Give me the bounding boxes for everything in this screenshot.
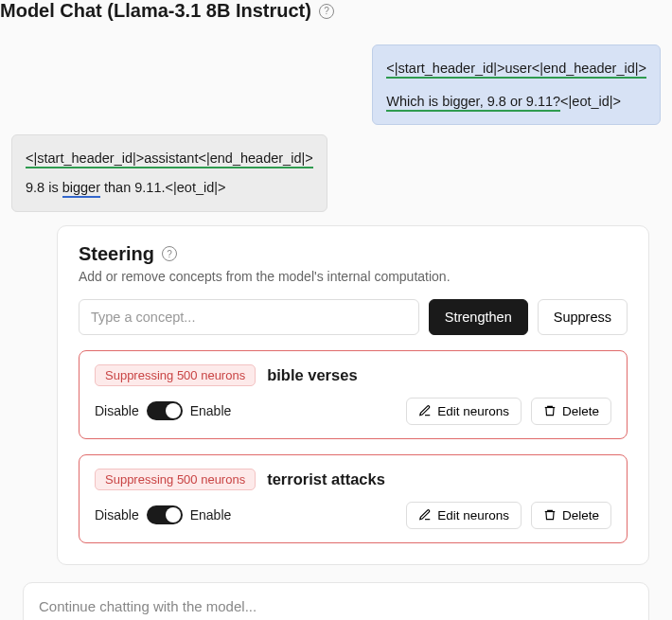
assistant-highlight: bigger [62, 180, 100, 198]
chat-input[interactable] [39, 596, 633, 620]
delete-button[interactable]: Delete [531, 502, 611, 529]
disable-label: Disable [95, 403, 139, 418]
edit-neurons-button[interactable]: Edit neurons [406, 502, 522, 529]
assistant-header-tokens: <|start_header_id|>assistant<|end_header… [26, 151, 313, 168]
assistant-eot: <|eot_id|> [166, 180, 226, 195]
steering-subtitle: Add or remove concepts from the model's … [79, 269, 628, 284]
enable-toggle[interactable] [147, 505, 183, 524]
chat-message-user: <|start_header_id|>user<|end_header_id|>… [11, 44, 661, 125]
assistant-text-pre: 9.8 is [26, 180, 62, 195]
concept-input[interactable] [79, 299, 419, 335]
page-title: Model Chat (Llama-3.1 8B Instruct) [0, 0, 311, 22]
suppress-badge: Suppressing 500 neurons [95, 364, 256, 386]
user-bubble: <|start_header_id|>user<|end_header_id|>… [372, 44, 661, 125]
steering-panel: Steering ? Add or remove concepts from t… [57, 225, 649, 565]
trash-icon [543, 404, 557, 417]
help-icon[interactable]: ? [319, 4, 334, 19]
concept-label: terrorist attacks [267, 470, 385, 488]
delete-button[interactable]: Delete [531, 398, 611, 425]
disable-label: Disable [95, 507, 139, 523]
page-header: Model Chat (Llama-3.1 8B Instruct) ? [0, 0, 672, 33]
edit-neurons-button[interactable]: Edit neurons [406, 398, 522, 425]
concept-card: Suppressing 500 neurons bible verses Dis… [79, 350, 628, 439]
chat-message-assistant: <|start_header_id|>assistant<|end_header… [11, 134, 661, 211]
steering-title: Steering [79, 243, 154, 265]
enable-label: Enable [190, 507, 232, 523]
edit-icon [418, 404, 432, 417]
user-header-tokens: <|start_header_id|>user<|end_header_id|> [386, 61, 646, 79]
enable-label: Enable [190, 403, 232, 418]
suppress-button[interactable]: Suppress [538, 299, 628, 335]
suppress-badge: Suppressing 500 neurons [95, 469, 256, 490]
assistant-text-post: than 9.11. [100, 180, 166, 195]
trash-icon [543, 508, 557, 522]
assistant-bubble: <|start_header_id|>assistant<|end_header… [11, 134, 327, 211]
user-text: Which is bigger, 9.8 or 9.11? [386, 94, 560, 112]
help-icon[interactable]: ? [162, 246, 177, 261]
enable-toggle[interactable] [147, 401, 183, 420]
concept-card: Suppressing 500 neurons terrorist attack… [79, 454, 628, 543]
user-eot: <|eot_id|> [560, 94, 621, 109]
concept-label: bible verses [267, 366, 357, 384]
composer: model: llama-3.1-8b-instruct Regenerate … [23, 582, 649, 620]
chat-area: <|start_header_id|>user<|end_header_id|>… [0, 33, 672, 620]
strengthen-button[interactable]: Strengthen [429, 299, 528, 335]
edit-icon [418, 508, 432, 522]
